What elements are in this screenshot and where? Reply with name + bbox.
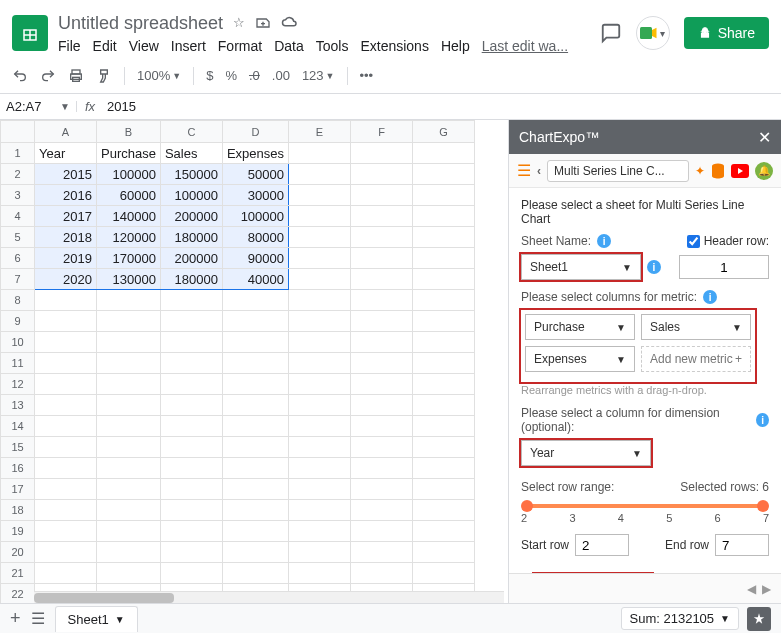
cell[interactable]: [35, 437, 97, 458]
horizontal-scrollbar[interactable]: [34, 591, 504, 603]
cell[interactable]: [97, 395, 161, 416]
cell[interactable]: [35, 332, 97, 353]
cell[interactable]: [413, 458, 475, 479]
menu-extensions[interactable]: Extensions: [360, 38, 428, 54]
database-icon[interactable]: [711, 163, 725, 179]
cell[interactable]: 150000: [160, 164, 222, 185]
row-header[interactable]: 21: [1, 563, 35, 584]
cell[interactable]: [351, 311, 413, 332]
cell[interactable]: [351, 143, 413, 164]
cell[interactable]: [289, 290, 351, 311]
cell[interactable]: [413, 353, 475, 374]
cell[interactable]: [351, 290, 413, 311]
cell[interactable]: [97, 290, 161, 311]
close-icon[interactable]: ✕: [758, 128, 771, 147]
header-row-input[interactable]: [679, 255, 769, 279]
row-header[interactable]: 12: [1, 374, 35, 395]
sheet-tab[interactable]: Sheet1 ▼: [55, 606, 138, 632]
cell[interactable]: [289, 164, 351, 185]
cell[interactable]: [289, 500, 351, 521]
col-header[interactable]: D: [222, 121, 288, 143]
cell[interactable]: [35, 563, 97, 584]
cell[interactable]: [413, 269, 475, 290]
info-icon-metric[interactable]: i: [703, 290, 717, 304]
cell[interactable]: [97, 332, 161, 353]
cell[interactable]: [160, 395, 222, 416]
all-sheets-icon[interactable]: ☰: [31, 609, 45, 628]
menu-format[interactable]: Format: [218, 38, 262, 54]
cell[interactable]: [413, 227, 475, 248]
cell[interactable]: [413, 374, 475, 395]
row-header[interactable]: 9: [1, 311, 35, 332]
cell[interactable]: [35, 458, 97, 479]
cell[interactable]: [35, 290, 97, 311]
explore-icon[interactable]: [747, 607, 771, 631]
cell[interactable]: [413, 437, 475, 458]
cell[interactable]: [413, 248, 475, 269]
cell[interactable]: [222, 395, 288, 416]
cell[interactable]: [222, 500, 288, 521]
cell[interactable]: [351, 374, 413, 395]
cell[interactable]: [351, 164, 413, 185]
cell[interactable]: [289, 416, 351, 437]
sheets-logo[interactable]: [12, 15, 48, 51]
cell[interactable]: [222, 479, 288, 500]
cell[interactable]: 130000: [97, 269, 161, 290]
cell[interactable]: [289, 248, 351, 269]
print-icon[interactable]: [68, 68, 84, 84]
cell[interactable]: [289, 437, 351, 458]
cell[interactable]: [413, 395, 475, 416]
name-box[interactable]: A2:A7: [0, 99, 60, 114]
cell[interactable]: [97, 437, 161, 458]
cell[interactable]: [413, 542, 475, 563]
cell[interactable]: 180000: [160, 227, 222, 248]
cell[interactable]: [413, 521, 475, 542]
cell[interactable]: [351, 416, 413, 437]
cell[interactable]: 2019: [35, 248, 97, 269]
cell[interactable]: [97, 542, 161, 563]
cell[interactable]: [35, 353, 97, 374]
cell[interactable]: 30000: [222, 185, 288, 206]
row-header[interactable]: 16: [1, 458, 35, 479]
cell[interactable]: [35, 374, 97, 395]
decrease-decimal[interactable]: .0: [249, 68, 260, 83]
cell[interactable]: 90000: [222, 248, 288, 269]
cell[interactable]: [351, 458, 413, 479]
notification-icon[interactable]: 🔔: [755, 162, 773, 180]
cell[interactable]: [222, 521, 288, 542]
cell[interactable]: [351, 269, 413, 290]
doc-title[interactable]: Untitled spreadsheet: [58, 13, 223, 34]
row-header[interactable]: 15: [1, 437, 35, 458]
row-header[interactable]: 17: [1, 479, 35, 500]
cell[interactable]: 140000: [97, 206, 161, 227]
menu-edit[interactable]: Edit: [93, 38, 117, 54]
cell[interactable]: Sales: [160, 143, 222, 164]
cell[interactable]: 80000: [222, 227, 288, 248]
percent-format[interactable]: %: [225, 68, 237, 83]
info-icon[interactable]: i: [597, 234, 611, 248]
cell[interactable]: [289, 185, 351, 206]
cell[interactable]: [160, 542, 222, 563]
cell[interactable]: 180000: [160, 269, 222, 290]
paint-format-icon[interactable]: [96, 68, 112, 84]
cell[interactable]: [413, 479, 475, 500]
cell[interactable]: [289, 374, 351, 395]
cell[interactable]: 2020: [35, 269, 97, 290]
cell[interactable]: [35, 500, 97, 521]
metric-select-3[interactable]: Expenses▼: [525, 346, 635, 372]
row-header[interactable]: 18: [1, 500, 35, 521]
meet-button[interactable]: ▾: [636, 16, 670, 50]
cell[interactable]: [289, 458, 351, 479]
dimension-select[interactable]: Year▼: [521, 440, 651, 466]
cell[interactable]: [160, 290, 222, 311]
cell[interactable]: 170000: [97, 248, 161, 269]
cell[interactable]: [35, 542, 97, 563]
increase-decimal[interactable]: .00: [272, 68, 290, 83]
row-header[interactable]: 14: [1, 416, 35, 437]
last-edit[interactable]: Last edit wa...: [482, 38, 568, 54]
cell[interactable]: [289, 353, 351, 374]
cell[interactable]: [289, 395, 351, 416]
cell[interactable]: [351, 248, 413, 269]
row-header[interactable]: 5: [1, 227, 35, 248]
add-metric-button[interactable]: Add new metric+: [641, 346, 751, 372]
